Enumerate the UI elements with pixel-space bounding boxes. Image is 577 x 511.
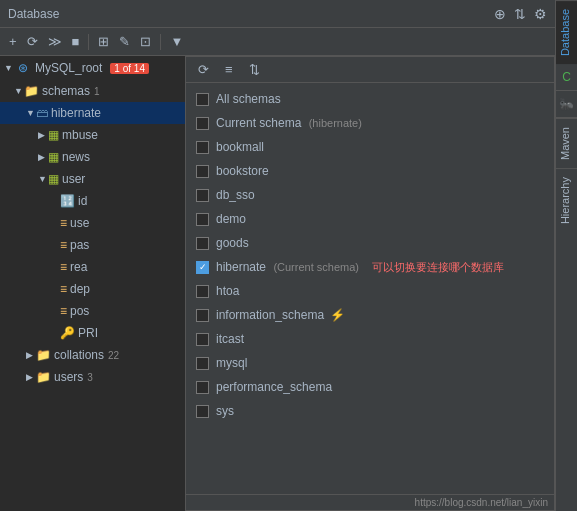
codota-icon[interactable]: C: [556, 64, 577, 91]
separator2: [160, 34, 161, 50]
dd-refresh-btn[interactable]: ⟳: [194, 61, 213, 78]
news-arrow: [38, 152, 48, 162]
edit-button[interactable]: ✎: [116, 33, 133, 50]
users-label: users: [54, 370, 83, 384]
rea-row[interactable]: ≡ rea: [0, 256, 185, 278]
schema-item-mysql[interactable]: mysql: [186, 351, 554, 375]
grid-button[interactable]: ⊞: [95, 33, 112, 50]
stop-button[interactable]: ■: [69, 33, 83, 50]
usecol-row[interactable]: ≡ use: [0, 212, 185, 234]
title-bar: Database ⊕ ⇅ ⚙: [0, 0, 555, 28]
hibernate-label: hibernate: [51, 106, 101, 120]
checkbox-goods[interactable]: [196, 237, 209, 250]
title-text: Database: [8, 7, 59, 21]
checkbox-itcast[interactable]: [196, 333, 209, 346]
checkbox-performance-schema[interactable]: [196, 381, 209, 394]
checkbox-hibernate[interactable]: [196, 261, 209, 274]
schemas-count: 1: [94, 86, 100, 97]
users-arrow: [26, 372, 36, 382]
label-performance-schema: performance_schema: [216, 380, 332, 394]
gear-icon[interactable]: ⚙: [534, 6, 547, 22]
dropdown-overlay: ⟳ ≡ ⇅ All schemas Current schema (hibern…: [185, 56, 555, 511]
pas-row[interactable]: ≡ pas: [0, 234, 185, 256]
label-all-schemas: All schemas: [216, 92, 281, 106]
title-icons: ⊕ ⇅ ⚙: [494, 6, 547, 22]
schema-item-demo[interactable]: demo: [186, 207, 554, 231]
add-button[interactable]: +: [6, 33, 20, 50]
globe-icon[interactable]: ⊕: [494, 6, 506, 22]
checkbox-information-schema[interactable]: [196, 309, 209, 322]
schema-item-goods[interactable]: goods: [186, 231, 554, 255]
users-row[interactable]: 📁 users 3: [0, 366, 185, 388]
label-bookstore: bookstore: [216, 164, 269, 178]
checkbox-demo[interactable]: [196, 213, 209, 226]
dd-sort-btn[interactable]: ⇅: [245, 61, 264, 78]
schema-item-itcast[interactable]: itcast: [186, 327, 554, 351]
label-mysql: mysql: [216, 356, 247, 370]
rea-label: rea: [70, 260, 87, 274]
news-label: news: [62, 150, 90, 164]
label-bookmall: bookmall: [216, 140, 264, 154]
user-label: user: [62, 172, 85, 186]
dd-list-btn[interactable]: ≡: [221, 61, 237, 78]
checkbox-bookstore[interactable]: [196, 165, 209, 178]
conn-icon: ⊛: [18, 61, 28, 75]
checkbox-bookmall[interactable]: [196, 141, 209, 154]
schemas-button[interactable]: ≫: [45, 33, 65, 50]
users-count: 3: [87, 372, 93, 383]
tab-database[interactable]: Database: [556, 0, 577, 64]
checkbox-htoa[interactable]: [196, 285, 209, 298]
pas-label: pas: [70, 238, 89, 252]
label-current-schema: Current schema (hibernate): [216, 116, 362, 130]
dropdown-panel: ⟳ ≡ ⇅ All schemas Current schema (hibern…: [185, 56, 555, 511]
checkbox-sys[interactable]: [196, 405, 209, 418]
schema-item-hibernate[interactable]: hibernate (Current schema) 可以切换要连接哪个数据库: [186, 255, 554, 279]
arrows-icon[interactable]: ⇅: [514, 6, 526, 22]
dep-icon: ≡: [60, 282, 67, 296]
id-row[interactable]: 🔢 id: [0, 190, 185, 212]
label-goods: goods: [216, 236, 249, 250]
hibernate-row[interactable]: 🗃 hibernate: [0, 102, 185, 124]
refresh-button[interactable]: ⟳: [24, 33, 41, 50]
collations-arrow: [26, 350, 36, 360]
tab-maven[interactable]: Maven: [556, 118, 577, 168]
collations-row[interactable]: 📁 collations 22: [0, 344, 185, 366]
news-row[interactable]: ▦ news: [0, 146, 185, 168]
checkbox-all-schemas[interactable]: [196, 93, 209, 106]
conn-arrow: [4, 63, 14, 73]
ant-icon[interactable]: 🐜: [556, 91, 577, 118]
rea-icon: ≡: [60, 260, 67, 274]
schema-item-bookstore[interactable]: bookstore: [186, 159, 554, 183]
schema-item-all-schemas[interactable]: All schemas: [186, 87, 554, 111]
schemas-row[interactable]: 📁 schemas 1: [0, 80, 185, 102]
view-button[interactable]: ⊡: [137, 33, 154, 50]
mbuse-row[interactable]: ▦ mbuse: [0, 124, 185, 146]
url-text: https://blog.csdn.net/lian_yixin: [415, 497, 548, 508]
hibernate-icon: 🗃: [36, 106, 48, 120]
schema-item-bookmall[interactable]: bookmall: [186, 135, 554, 159]
tree-panel: ⊛ MySQL_root 1 of 14 📁 schemas 1 🗃 hiber…: [0, 56, 185, 511]
schema-item-db-sso[interactable]: db_sso: [186, 183, 554, 207]
schema-item-information-schema[interactable]: information_schema ⚡: [186, 303, 554, 327]
collations-icon: 📁: [36, 348, 51, 362]
pos-row[interactable]: ≡ pos: [0, 300, 185, 322]
checkbox-db-sso[interactable]: [196, 189, 209, 202]
filter-button[interactable]: ▼: [167, 33, 186, 50]
schema-item-sys[interactable]: sys: [186, 399, 554, 423]
tab-hierarchy[interactable]: Hierarchy: [556, 168, 577, 232]
checkbox-mysql[interactable]: [196, 357, 209, 370]
connection-name: MySQL_root: [35, 61, 102, 75]
dep-row[interactable]: ≡ dep: [0, 278, 185, 300]
checkbox-current-schema[interactable]: [196, 117, 209, 130]
schema-list: All schemas Current schema (hibernate) b…: [186, 83, 554, 494]
schema-item-performance-schema[interactable]: performance_schema: [186, 375, 554, 399]
user-row[interactable]: ▦ user: [0, 168, 185, 190]
schema-item-current-schema[interactable]: Current schema (hibernate): [186, 111, 554, 135]
pri-icon: 🔑: [60, 326, 75, 340]
pos-icon: ≡: [60, 304, 67, 318]
schemas-label: schemas: [42, 84, 90, 98]
connection-row[interactable]: ⊛ MySQL_root 1 of 14: [0, 56, 185, 80]
pri-row[interactable]: 🔑 PRI: [0, 322, 185, 344]
schema-item-htoa[interactable]: htoa: [186, 279, 554, 303]
url-bar: https://blog.csdn.net/lian_yixin: [186, 494, 554, 510]
